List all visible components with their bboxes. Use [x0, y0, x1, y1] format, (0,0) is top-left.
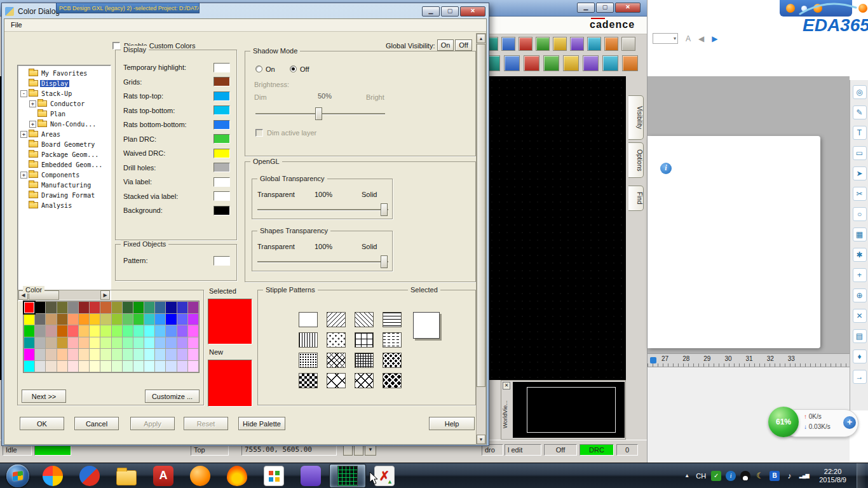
palette-color-cell[interactable]	[123, 325, 133, 337]
palette-color-cell[interactable]	[57, 314, 67, 325]
palette-color-cell[interactable]	[68, 361, 78, 372]
palette-color-cell[interactable]	[24, 361, 34, 372]
palette-color-cell[interactable]	[35, 337, 45, 349]
annotation-tool-icon[interactable]: ✎	[853, 105, 867, 119]
toolbar-icon[interactable]	[587, 37, 601, 51]
palette-color-cell[interactable]	[24, 314, 34, 325]
minimize-button[interactable]: ▁	[577, 3, 595, 13]
palette-color-cell[interactable]	[79, 361, 89, 372]
palette-color-cell[interactable]	[188, 361, 198, 372]
tree-item-non-condu-[interactable]: +Non-Condu...	[19, 119, 109, 129]
palette-color-cell[interactable]	[35, 302, 45, 313]
toolbar-icon[interactable]	[583, 55, 599, 71]
bluetooth-icon[interactable]	[770, 471, 780, 481]
tree-item-package-geom-[interactable]: +Package Geom...	[19, 149, 109, 159]
toolbar-icon[interactable]	[536, 37, 550, 51]
palette-color-cell[interactable]	[46, 314, 56, 325]
palette-color-cell[interactable]	[133, 337, 144, 349]
palette-color-cell[interactable]	[46, 337, 56, 349]
palette-color-cell[interactable]	[112, 314, 122, 325]
taskbar-item-adobe-reader[interactable]: A	[145, 464, 182, 488]
palette-color-cell[interactable]	[155, 314, 165, 325]
tree-expander-icon[interactable]: +	[29, 121, 36, 128]
customize-button[interactable]: Customize ...	[145, 390, 200, 403]
tree-item-analysis[interactable]: +Analysis	[19, 200, 109, 210]
toolbar-icon[interactable]	[519, 37, 532, 51]
palette-color-cell[interactable]	[57, 361, 67, 372]
zoom-dropdown[interactable]: ▾	[653, 33, 678, 44]
stipple-pattern-checker[interactable]	[299, 373, 318, 388]
stipple-pattern-crosses[interactable]	[355, 332, 374, 348]
network-icon[interactable]	[799, 471, 809, 481]
shapes-transparency-slider[interactable]	[257, 255, 388, 268]
text-tool-icon[interactable]: A	[686, 34, 691, 43]
color-swatch[interactable]	[214, 191, 230, 201]
palette-color-cell[interactable]	[166, 325, 176, 337]
palette-color-cell[interactable]	[123, 337, 133, 349]
dialog-vertical-scrollbar[interactable]: ▲ ▼	[476, 33, 486, 445]
worldview-preview[interactable]	[513, 382, 625, 438]
palette-color-cell[interactable]	[57, 337, 67, 349]
reset-button[interactable]: Reset	[184, 417, 228, 430]
palette-color-cell[interactable]	[35, 349, 45, 360]
scroll-down-icon[interactable]: ▼	[477, 435, 485, 444]
annotation-tool-icon[interactable]: ▦	[853, 227, 867, 241]
annotation-tool-icon[interactable]: T	[853, 126, 867, 140]
palette-color-cell[interactable]	[166, 349, 176, 360]
toolbar-icon[interactable]	[553, 37, 567, 51]
stipple-pattern-dots-bold[interactable]	[383, 353, 402, 368]
network-speed-monitor[interactable]: 61% ↑ 0K/s ↓ 0.03K/s +	[768, 407, 858, 440]
palette-color-cell[interactable]	[90, 349, 100, 360]
taskbar-item-grid-app[interactable]	[255, 464, 292, 488]
dialog-close-button[interactable]: ✕	[460, 6, 485, 17]
palette-color-cell[interactable]	[79, 314, 89, 325]
tree-item-components[interactable]: +Components	[19, 170, 109, 180]
color-swatch[interactable]	[214, 120, 230, 130]
annotation-tool-icon[interactable]: →	[853, 370, 867, 384]
tree-item-manufacturing[interactable]: +Manufacturing	[19, 180, 109, 190]
taskbar-item-orange-ball[interactable]	[182, 464, 219, 488]
palette-color-cell[interactable]	[79, 349, 89, 360]
palette-color-cell[interactable]	[24, 302, 34, 313]
palette-color-cell[interactable]	[35, 361, 45, 372]
palette-color-cell[interactable]	[35, 314, 45, 325]
taskbar-item-allegro-pcb[interactable]	[329, 464, 366, 488]
palette-color-cell[interactable]	[57, 325, 67, 337]
tree-item-label[interactable]: Embedded Geom...	[40, 161, 104, 168]
palette-color-cell[interactable]	[112, 325, 122, 337]
color-swatch[interactable]	[214, 149, 230, 158]
toolbar-icon[interactable]	[563, 55, 579, 71]
taskbar-item-folder-explorer[interactable]	[108, 464, 145, 488]
color-swatch[interactable]	[214, 206, 230, 215]
shadow-off-radio[interactable]	[290, 65, 297, 72]
palette-color-cell[interactable]	[24, 349, 34, 360]
apply-button[interactable]: Apply	[130, 417, 175, 430]
annotation-tool-icon[interactable]: ▤	[853, 329, 867, 343]
tree-item-label[interactable]: Display	[40, 80, 69, 87]
palette-color-cell[interactable]	[133, 349, 144, 360]
palette-color-cell[interactable]	[188, 325, 198, 337]
palette-color-cell[interactable]	[144, 361, 154, 372]
palette-color-cell[interactable]	[177, 325, 187, 337]
palette-color-cell[interactable]	[46, 302, 56, 313]
help-button[interactable]: Help	[429, 417, 475, 430]
annotation-tool-icon[interactable]: ♦	[853, 349, 867, 363]
green-check-icon[interactable]	[711, 471, 721, 481]
palette-color-cell[interactable]	[188, 302, 198, 313]
palette-color-cell[interactable]	[100, 302, 111, 313]
cancel-button[interactable]: Cancel	[74, 417, 119, 430]
stipple-pattern-diamonds[interactable]	[383, 373, 402, 388]
palette-color-cell[interactable]	[144, 337, 154, 349]
annotation-tool-icon[interactable]: ✱	[853, 248, 867, 262]
tree-item-stack-up[interactable]: -Stack-Up	[19, 88, 109, 98]
tree-item-label[interactable]: Drawing Format	[40, 192, 96, 199]
close-button[interactable]: ✕	[615, 3, 641, 13]
toolbar-icon[interactable]	[570, 37, 584, 51]
toolbar-icon[interactable]	[504, 55, 520, 71]
palette-color-cell[interactable]	[177, 337, 187, 349]
language-indicator[interactable]: CH	[696, 472, 706, 480]
slider-thumb[interactable]	[381, 255, 388, 268]
palette-color-cell[interactable]	[133, 314, 144, 325]
palette-color-cell[interactable]	[155, 325, 165, 337]
palette-color-cell[interactable]	[90, 314, 100, 325]
